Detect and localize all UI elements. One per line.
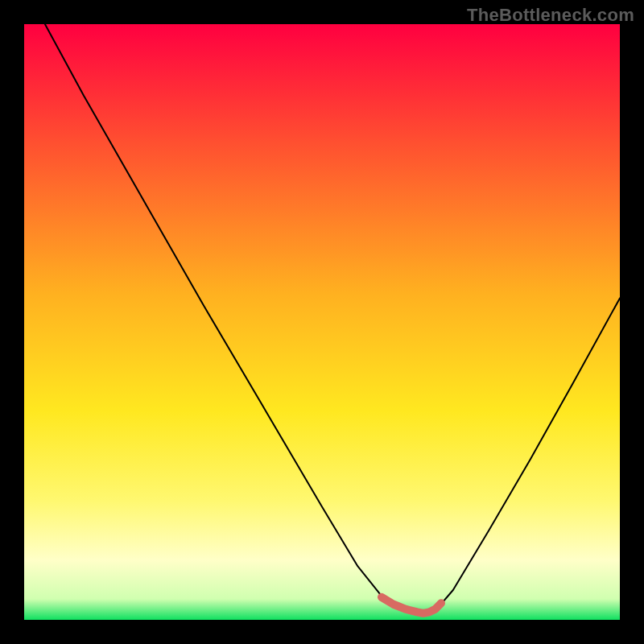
chart-container: { "watermark": "TheBottleneck.com", "cha…: [0, 0, 644, 644]
plot-background: [24, 24, 620, 620]
bottleneck-chart: [0, 0, 644, 644]
